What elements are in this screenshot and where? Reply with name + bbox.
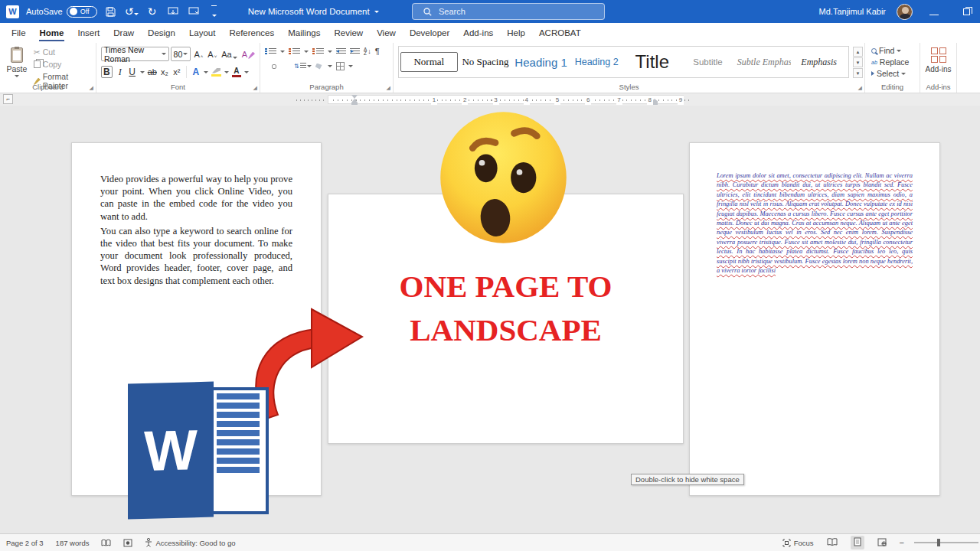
paste-dropdown-icon[interactable]	[15, 75, 19, 77]
headline-text[interactable]: ONE PAGE TO LANDSCAPE	[328, 265, 683, 352]
shading-icon[interactable]	[315, 64, 324, 70]
select-button[interactable]: Select	[871, 69, 920, 78]
sort-button[interactable]: AZ↓	[364, 47, 371, 55]
zoom-out-button[interactable]: −	[900, 538, 904, 547]
word-count[interactable]: 187 words	[56, 539, 90, 547]
tab-draw[interactable]: Draw	[106, 24, 141, 41]
font-color-dropdown-icon[interactable]	[244, 71, 249, 73]
multilevel-dropdown-icon[interactable]	[328, 51, 332, 53]
style-no-spacing[interactable]: No Spacing	[458, 53, 514, 71]
justify-button[interactable]	[287, 65, 290, 68]
font-size-select[interactable]: 80	[171, 47, 191, 61]
increase-indent-icon[interactable]	[350, 48, 360, 55]
search-input[interactable]: Search	[412, 3, 605, 20]
styles-more-button[interactable]: ▼	[853, 68, 863, 78]
multilevel-list-icon[interactable]	[312, 48, 324, 55]
tab-references[interactable]: References	[222, 24, 281, 41]
decrease-indent-icon[interactable]	[336, 48, 346, 55]
autosave-toggle[interactable]: AutoSave Off	[26, 6, 97, 18]
underline-dropdown-icon[interactable]	[140, 71, 145, 73]
save-icon[interactable]	[104, 7, 118, 17]
tab-insert[interactable]: Insert	[70, 24, 106, 41]
lorem-ipsum-text[interactable]: Lorem ipsum dolor sit amet, consectetur …	[717, 171, 913, 276]
numbering-dropdown-icon[interactable]	[304, 51, 309, 53]
word-app-icon[interactable]: W	[6, 5, 19, 18]
font-color-button[interactable]: A	[232, 67, 241, 77]
styles-dialog-launcher[interactable]: ◢	[858, 85, 862, 91]
document-canvas[interactable]: Video provides a powerful way to help yo…	[0, 106, 980, 533]
style-normal[interactable]: Normal	[400, 52, 458, 72]
tab-stop-selector[interactable]: ⌐	[3, 94, 13, 104]
addins-button-label[interactable]: Add-ins	[926, 65, 952, 73]
text-effects-button[interactable]: A	[191, 67, 201, 77]
paragraph-1[interactable]: Video provides a powerful way to help yo…	[100, 173, 292, 223]
align-right-button[interactable]	[280, 65, 283, 68]
cut-button[interactable]: ✂Cut	[34, 47, 96, 57]
highlight-dropdown-icon[interactable]	[224, 71, 229, 73]
replace-button[interactable]: abReplace	[871, 57, 920, 67]
horizontal-ruler[interactable]: 1 2 3 4 5 6 7 8 9	[328, 95, 684, 104]
tab-acrobat[interactable]: ACROBAT	[532, 24, 588, 41]
hanging-indent-marker[interactable]	[351, 99, 358, 106]
bullets-dropdown-icon[interactable]	[280, 51, 285, 53]
tab-layout[interactable]: Layout	[182, 24, 223, 41]
zoom-slider-thumb[interactable]	[937, 539, 940, 546]
read-mode-button[interactable]	[824, 536, 841, 549]
borders-dropdown-icon[interactable]	[348, 65, 353, 67]
style-heading-1[interactable]: Heading 1	[513, 53, 569, 72]
bullets-icon[interactable]	[265, 48, 276, 55]
copy-button[interactable]: Copy	[34, 60, 96, 69]
style-emphasis[interactable]: Emphasis	[791, 54, 847, 71]
document-title[interactable]: New Microsoft Word Document	[248, 7, 379, 16]
pilcrow-button[interactable]: ¶	[375, 47, 380, 56]
style-subtle-emphasis[interactable]: Subtle Emphas	[736, 54, 792, 71]
shading-dropdown-icon[interactable]	[328, 65, 332, 67]
autosave-switch[interactable]: Off	[67, 6, 97, 18]
shrink-font-button[interactable]: A˅	[206, 49, 218, 60]
tab-help[interactable]: Help	[500, 24, 532, 41]
tab-developer[interactable]: Developer	[403, 24, 456, 41]
focus-button[interactable]: Focus	[782, 539, 814, 547]
quick-access-icon[interactable]	[187, 7, 201, 16]
accessibility-status[interactable]: Accessibility: Good to go	[145, 538, 235, 547]
page-3[interactable]: Lorem ipsum dolor sit amet, consectetur …	[689, 142, 940, 496]
restore-button[interactable]	[956, 6, 977, 17]
font-name-select[interactable]: Times New Roman	[101, 47, 169, 61]
web-layout-button[interactable]	[874, 536, 890, 549]
tab-view[interactable]: View	[370, 24, 403, 41]
highlight-button[interactable]	[211, 68, 221, 77]
clipboard-dialog-launcher[interactable]: ◢	[90, 85, 93, 91]
align-left-button[interactable]	[265, 65, 268, 68]
paragraph-2[interactable]: You can also type a keyword to search on…	[100, 225, 292, 287]
find-button[interactable]: Find	[871, 46, 920, 55]
grow-font-button[interactable]: A˄	[192, 49, 204, 60]
clear-formatting-button[interactable]: A	[240, 49, 256, 60]
minimize-button[interactable]	[923, 6, 945, 17]
tab-home[interactable]: Home	[33, 24, 71, 41]
addins-icon[interactable]	[931, 47, 946, 63]
undo-icon[interactable]: ↺	[125, 6, 139, 17]
italic-button[interactable]: I	[116, 67, 125, 78]
avatar[interactable]	[897, 4, 913, 20]
tab-addins[interactable]: Add-ins	[456, 24, 500, 41]
borders-icon[interactable]	[336, 62, 345, 70]
macro-record-icon[interactable]	[123, 539, 132, 547]
tab-review[interactable]: Review	[327, 24, 370, 41]
font-dialog-launcher[interactable]: ◢	[253, 85, 257, 91]
zoom-slider[interactable]	[914, 542, 978, 543]
redo-icon[interactable]: ↻	[145, 6, 159, 17]
tab-design[interactable]: Design	[141, 24, 182, 41]
style-heading-2[interactable]: Heading 2	[569, 54, 625, 70]
body-text[interactable]: Video provides a powerful way to help yo…	[100, 173, 292, 287]
styles-scroll-up[interactable]: ▲	[853, 47, 863, 57]
styles-scroll-down[interactable]: ▼	[853, 57, 863, 67]
subscript-button[interactable]: x₂	[160, 67, 169, 77]
style-subtitle[interactable]: Subtitle	[680, 54, 736, 70]
bold-button[interactable]: B	[101, 66, 113, 78]
tab-mailings[interactable]: Mailings	[281, 24, 327, 41]
strikethrough-button[interactable]: ab	[148, 67, 157, 77]
user-name[interactable]: Md.Tanjimul Kabir	[819, 7, 886, 16]
tab-file[interactable]: File	[5, 24, 33, 41]
toolbar-overflow-icon[interactable]	[207, 5, 221, 18]
change-case-button[interactable]: Aa	[220, 49, 238, 60]
